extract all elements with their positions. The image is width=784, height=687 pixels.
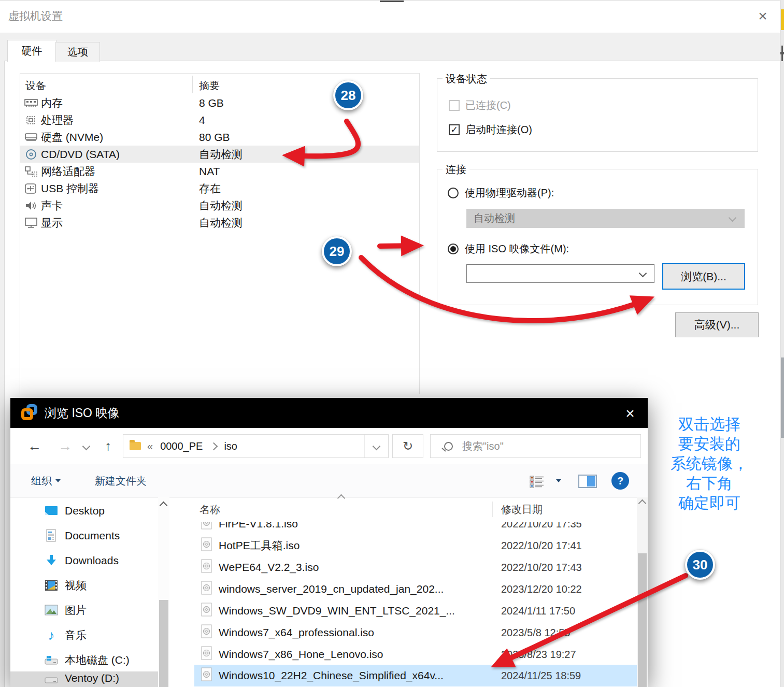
recent-locations-chevron-icon[interactable] [82, 442, 91, 451]
videos-icon [45, 579, 58, 592]
network-icon [24, 165, 38, 178]
iso-file-icon [201, 603, 212, 619]
file-row-selected[interactable]: Windows10_22H2_Chinese_Simplified_x64v..… [194, 665, 637, 686]
chevron-down-icon [729, 214, 737, 222]
sidebar-scrollbar[interactable] [158, 497, 169, 687]
iso-file-radio-row[interactable]: 使用 ISO 映像文件(M): [448, 242, 569, 256]
physical-drive-radio[interactable] [448, 188, 459, 198]
device-row-network[interactable]: 网络适配器 NAT [20, 163, 419, 180]
tab-hardware[interactable]: 硬件 [7, 40, 56, 62]
file-row[interactable]: WePE64_V2.2_3.iso 2022/10/20 17:43 [194, 556, 637, 578]
connect-at-poweron-checkbox-row[interactable]: ✓ 启动时连接(O) [449, 123, 532, 137]
dialog-title: 虚拟机设置 [8, 9, 63, 23]
device-row-harddisk[interactable]: 硬盘 (NVMe) 80 GB [20, 128, 419, 146]
sidebar-item-downloads[interactable]: Downloads [10, 548, 158, 573]
usb-icon [24, 182, 38, 195]
refresh-button[interactable]: ↻ [392, 434, 423, 458]
physical-drive-radio-row[interactable]: 使用物理驱动器(P): [448, 186, 554, 200]
file-row[interactable]: Windows7_x64_professional.iso 2023/5/8 1… [194, 622, 637, 643]
view-mode-icon[interactable] [530, 476, 545, 490]
close-icon[interactable]: × [752, 6, 773, 26]
organize-button[interactable]: 组织 [31, 464, 61, 497]
file-row-clipped[interactable]: FirPE-V1.8.1.iso 2022/10/20 17:35 [194, 522, 637, 535]
connected-checkbox[interactable] [449, 100, 460, 111]
folder-icon-fragment [781, 9, 784, 30]
scroll-up-icon[interactable] [160, 502, 168, 510]
iso-file-icon [201, 522, 212, 532]
iso-file-radio[interactable] [448, 244, 459, 254]
help-icon[interactable]: ? [611, 472, 629, 490]
sidebar-item-local-disk-c[interactable]: 本地磁盘 (C:) [10, 648, 158, 672]
sidebar-item-documents[interactable]: Documents [10, 523, 158, 548]
command-toolbar: 组织 新建文件夹 ? [10, 464, 648, 498]
close-icon[interactable]: × [621, 404, 639, 423]
device-list: 设备 摘要 内存 8 GB 处理器 4 硬盘 (NVMe) 80 GB [20, 73, 420, 394]
search-icon [444, 442, 453, 451]
browse-button[interactable]: 浏览(B)... [662, 263, 745, 290]
address-history-dropdown[interactable] [364, 435, 388, 457]
browse-dialog-titlebar[interactable]: 浏览 ISO 映像 × [10, 398, 648, 428]
device-column-header: 设备 [25, 79, 46, 93]
column-divider [192, 76, 193, 93]
file-row[interactable]: HotPE工具箱.iso 2022/10/20 17:41 [194, 535, 637, 556]
name-column-header[interactable]: 名称 [199, 497, 220, 521]
sidebar-item-pictures[interactable]: 图片 [10, 598, 158, 623]
iso-file-icon [201, 624, 212, 641]
device-row-display[interactable]: 显示 自动检测 [20, 214, 419, 231]
file-list-scrollbar[interactable] [637, 497, 648, 687]
connected-checkbox-row[interactable]: 已连接(C) [449, 98, 511, 112]
date-modified-column-header[interactable]: 修改日期 [501, 497, 543, 521]
chevron-down-icon[interactable] [639, 269, 647, 278]
sidebar-item-ventoy-d[interactable]: Ventoy (D:) [10, 671, 158, 687]
summary-column-header: 摘要 [199, 79, 220, 93]
iso-file-icon [201, 646, 212, 663]
device-status-legend: 设备状态 [443, 72, 490, 86]
chevron-down-icon [55, 479, 61, 482]
physical-drive-dropdown: 自动检测 [466, 209, 745, 228]
scroll-up-icon[interactable] [638, 499, 647, 508]
file-row[interactable]: Windows7_x86_Hone_Lenovo.iso 2023/8/23 1… [194, 643, 637, 665]
desktop-icon [45, 504, 58, 518]
sidebar-item-videos[interactable]: 视频 [10, 573, 158, 598]
scrollbar-thumb[interactable] [781, 357, 784, 438]
connect-at-poweron-checkbox[interactable]: ✓ [449, 124, 460, 135]
iso-file-icon [201, 581, 212, 597]
plus-icon-fragment [780, 52, 784, 54]
up-icon[interactable]: ↑ [105, 428, 112, 464]
back-icon[interactable]: ← [27, 428, 41, 464]
scrollbar-thumb[interactable] [638, 553, 647, 687]
preview-pane-icon[interactable] [578, 475, 597, 488]
device-row-cddvd[interactable]: CD/DVD (SATA) 自动检测 [20, 146, 419, 163]
browse-iso-dialog: 浏览 ISO 映像 × ← → ↑ « 0000_PE iso ↻ 搜索"iso… [10, 398, 648, 687]
device-row-usb[interactable]: USB 控制器 存在 [20, 180, 419, 197]
browse-dialog-title: 浏览 ISO 映像 [45, 398, 119, 428]
vmware-logo-icon [21, 404, 39, 422]
new-folder-button[interactable]: 新建文件夹 [95, 464, 147, 497]
device-row-cpu[interactable]: 处理器 4 [20, 111, 419, 128]
address-bar[interactable]: « 0000_PE iso [123, 434, 389, 458]
iso-file-icon [201, 667, 212, 684]
sidebar-item-music[interactable]: ♪ 音乐 [10, 623, 158, 648]
device-row-sound[interactable]: 声卡 自动检测 [20, 197, 419, 214]
iso-file-combobox[interactable] [466, 264, 654, 283]
scrollbar-thumb[interactable] [159, 600, 168, 687]
file-row[interactable]: windows_server_2019_cn_updated_jan_202..… [194, 578, 637, 600]
tab-options[interactable]: 选项 [55, 42, 100, 62]
view-mode-chevron-icon[interactable] [556, 479, 561, 482]
search-box[interactable]: 搜索"iso" [430, 434, 641, 458]
forward-icon[interactable]: → [58, 428, 72, 464]
drive-icon [45, 674, 58, 687]
breadcrumb-segment-current[interactable]: iso [224, 440, 237, 452]
downloads-icon [45, 554, 58, 567]
file-row[interactable]: Windows_SW_DVD9_WIN_ENT_LTSC_2021_... 20… [194, 600, 637, 622]
breadcrumb-segment-parent[interactable]: 0000_PE [160, 440, 203, 452]
device-status-group: 设备状态 已连接(C) ✓ 启动时连接(O) [437, 78, 758, 152]
sidebar-item-desktop[interactable]: Desktop [10, 498, 158, 523]
advanced-button[interactable]: 高级(V)... [675, 312, 759, 337]
pictures-icon [45, 604, 58, 617]
connection-legend: 连接 [443, 163, 469, 177]
breadcrumb-chevron-icon [210, 442, 218, 450]
step-badge-30: 30 [685, 550, 715, 580]
music-icon: ♪ [45, 628, 58, 642]
step-badge-29: 29 [322, 236, 352, 266]
